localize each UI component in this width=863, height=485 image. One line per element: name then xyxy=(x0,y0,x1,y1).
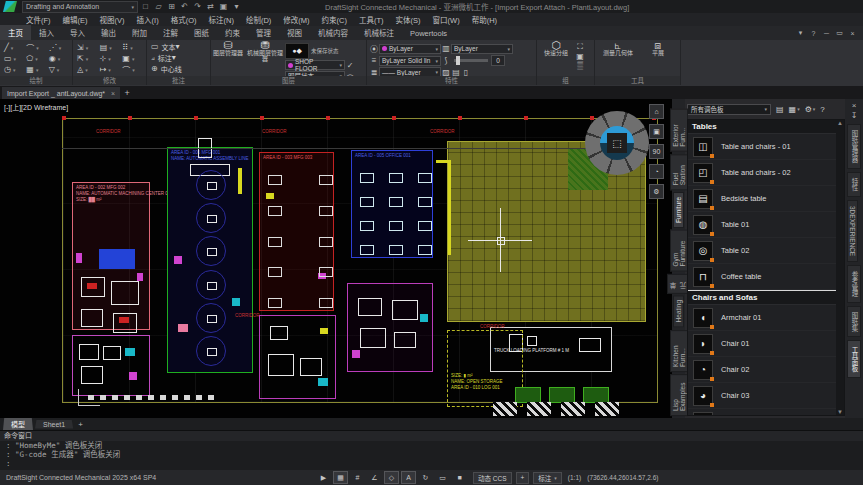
palette-tab-ExteriorFurn[interactable]: Exterior Furn... xyxy=(670,109,688,152)
ribbon-tab-附加[interactable]: 附加 xyxy=(124,25,155,40)
add-sheet-button[interactable]: + xyxy=(78,420,83,429)
open-icon[interactable]: ▱ xyxy=(153,2,164,12)
menu-M[interactable]: 修改(M) xyxy=(277,14,315,25)
panel-pin-icon[interactable]: ↧ xyxy=(851,111,858,121)
home-view-icon[interactable]: ⌂ xyxy=(649,104,664,119)
palette-item[interactable]: ◎Table 02 xyxy=(688,238,844,264)
palette-item[interactable]: ◗Chair 01 xyxy=(688,331,844,357)
ribbon-tab-插入[interactable]: 插入 xyxy=(31,25,62,40)
docked-tab-图纸管理器[interactable]: 图纸管理器 xyxy=(847,124,861,169)
sheet-tab-模型[interactable]: 模型 xyxy=(3,418,33,430)
snap-icon[interactable]: # xyxy=(350,471,365,484)
docked-tab-特性[interactable]: 特性 xyxy=(847,172,861,197)
ribbon-tab-注解[interactable]: 注解 xyxy=(155,25,186,40)
transparency-slider[interactable] xyxy=(454,59,488,62)
redo-icon[interactable]: ↷ xyxy=(192,2,203,12)
palette-scrollbar[interactable]: ▲ ▼ xyxy=(836,120,844,415)
draw-tool-icon[interactable]: ╱▾ xyxy=(4,42,24,53)
menu-F[interactable]: 文件(F) xyxy=(20,14,57,25)
switch-icon[interactable]: ⇄ xyxy=(205,2,216,12)
palette-item[interactable]: ◔Chair 02 xyxy=(688,357,844,383)
workspace-dropdown[interactable]: Drafting and Annotation ▾ xyxy=(22,1,138,13)
draw-tool-icon[interactable]: ▦▾ xyxy=(26,64,46,75)
palette-item[interactable]: ◫Table and chairs - 01 xyxy=(688,134,844,160)
modify-tool-icon[interactable]: ⇱▾ xyxy=(77,53,98,64)
modify-tool-icon[interactable]: ⊹▾ xyxy=(100,53,121,64)
modify-tool-icon[interactable]: ⇲▾ xyxy=(77,42,98,53)
docked-tab-图纸集[interactable]: 图纸集 xyxy=(847,306,861,338)
pointer-snap-icon[interactable]: ▶ xyxy=(316,471,331,484)
ribbon-tab-主页[interactable]: 主页 xyxy=(0,25,31,40)
more-icon[interactable]: ▾ xyxy=(231,2,242,12)
palette-tab-KitchenFurn[interactable]: Kitchen Furn... xyxy=(670,330,688,372)
palette-filter-dropdown[interactable]: 所有调色板▾ xyxy=(687,104,771,115)
draw-tool-icon[interactable]: ⋰▾ xyxy=(49,42,69,53)
ortho-icon[interactable]: ↻ xyxy=(418,471,433,484)
view-options-icon[interactable]: ▦▾ xyxy=(789,105,800,114)
menu-D[interactable]: 绘制(D) xyxy=(240,14,277,25)
stop-icon[interactable]: ■ xyxy=(452,471,467,484)
docked-tab-工具面板[interactable]: 工具面板 xyxy=(847,340,861,378)
restore-icon[interactable]: ▭ xyxy=(833,28,846,38)
draw-tool-icon[interactable]: ◉▾ xyxy=(49,53,69,64)
text-button[interactable]: ▭文本▾ xyxy=(147,41,210,52)
palette-tab-GymFurniture[interactable]: Gym Furniture xyxy=(670,230,688,272)
palette-item[interactable]: ◖Armchair 01 xyxy=(688,305,844,331)
document-close-icon[interactable]: × xyxy=(111,90,115,97)
transparency-value[interactable]: 0 xyxy=(491,55,505,66)
draw-tool-icon[interactable]: ▭▾ xyxy=(4,53,24,64)
menu-O[interactable]: 格式(O) xyxy=(165,14,203,25)
ribbon-collapse-icon[interactable]: ▾ xyxy=(794,28,807,38)
new-document-tab-button[interactable]: + xyxy=(120,87,134,99)
ribbon-tab-机械标注[interactable]: 机械标注 xyxy=(356,25,402,40)
color-dropdown[interactable]: ByLayer▾ xyxy=(379,44,441,54)
view-cube-icon[interactable]: ⬚ xyxy=(607,133,627,153)
menu-I[interactable]: 插入(I) xyxy=(131,14,165,25)
navigation-wheel[interactable]: ⬚ xyxy=(585,111,649,175)
menu-C[interactable]: 约束(C) xyxy=(316,14,353,25)
document-tab[interactable]: Import Export _ antLayout.dwg* × xyxy=(2,87,120,99)
color-picker-icon[interactable]: ⦿ xyxy=(369,43,379,54)
menu-T[interactable]: 工具(T) xyxy=(353,14,390,25)
navigation-wheel-ring[interactable]: ⬚ xyxy=(600,126,634,160)
viewport-label[interactable]: [-][上][2D Wireframe] xyxy=(4,102,68,112)
menu-S[interactable]: 实体(S) xyxy=(390,14,427,25)
docked-tab-3DEXPERIENCE[interactable]: 3DEXPERIENCE xyxy=(847,200,858,262)
ribbon-tab-Powertools[interactable]: Powertools xyxy=(402,27,455,40)
menu-E[interactable]: 编辑(E) xyxy=(57,14,94,25)
view-settings-icon[interactable]: ⚙ xyxy=(649,184,664,199)
palette-tab-Furniture[interactable]: Furniture xyxy=(673,192,684,228)
sheet-tab-Sheet1[interactable]: Sheet1 xyxy=(35,420,73,429)
new-icon[interactable]: □ xyxy=(140,2,151,12)
menu-V[interactable]: 视图(V) xyxy=(94,14,131,25)
palette-item[interactable]: ◍Table 01 xyxy=(688,212,844,238)
docked-tab-参考管理[interactable]: 参考管理 xyxy=(847,265,861,303)
close-icon[interactable]: × xyxy=(846,28,859,38)
draw-tool-icon[interactable]: ▽▾ xyxy=(49,64,69,75)
ribbon-tab-约束[interactable]: 约束 xyxy=(217,25,248,40)
linestyle-icon[interactable]: ≡ xyxy=(369,56,379,65)
palette-help-icon[interactable]: ? xyxy=(820,105,824,114)
group-edit-icon[interactable]: ⛶ xyxy=(575,42,585,52)
palette-item[interactable]: ▭Sofa 01 - Multiple Options xyxy=(688,409,844,416)
unsaved-layer-state-button[interactable]: ●◆ xyxy=(285,43,309,59)
palette-item[interactable]: ▤Bedside table xyxy=(688,186,844,212)
undo-icon[interactable]: ↶ xyxy=(179,2,190,12)
minimize-icon[interactable]: ─ xyxy=(820,28,833,38)
modify-tool-icon[interactable]: ◬▾ xyxy=(77,64,98,75)
modify-tool-icon[interactable]: ▤▾ xyxy=(100,42,121,53)
palette-item[interactable]: ◰Table and chairs - 02 xyxy=(688,160,844,186)
ribbon-tab-机械内容[interactable]: 机械内容 xyxy=(310,25,356,40)
draw-tool-icon[interactable]: ⌒▾ xyxy=(26,42,46,53)
draw-tool-icon[interactable]: ⬠▾ xyxy=(26,53,46,64)
add-scale-button[interactable]: + xyxy=(516,472,530,484)
ccs-toggle[interactable]: 动态 CCS xyxy=(473,472,512,484)
save-icon[interactable]: ▣ xyxy=(218,2,229,12)
rotate-90-icon[interactable]: 90 xyxy=(649,144,664,159)
palette-item[interactable]: ⊓Coffee table xyxy=(688,264,844,290)
layer-dropdown[interactable]: SHOP FLOOR▾ xyxy=(285,60,345,70)
menu-N[interactable]: 标注(N) xyxy=(203,14,240,25)
palette-tab-FuelStation[interactable]: Fuel Station xyxy=(670,154,688,190)
transparency-dropdown[interactable]: ByLayer▾ xyxy=(451,44,513,54)
annotation-scale-dropdown[interactable]: 标注▾ xyxy=(533,472,562,484)
